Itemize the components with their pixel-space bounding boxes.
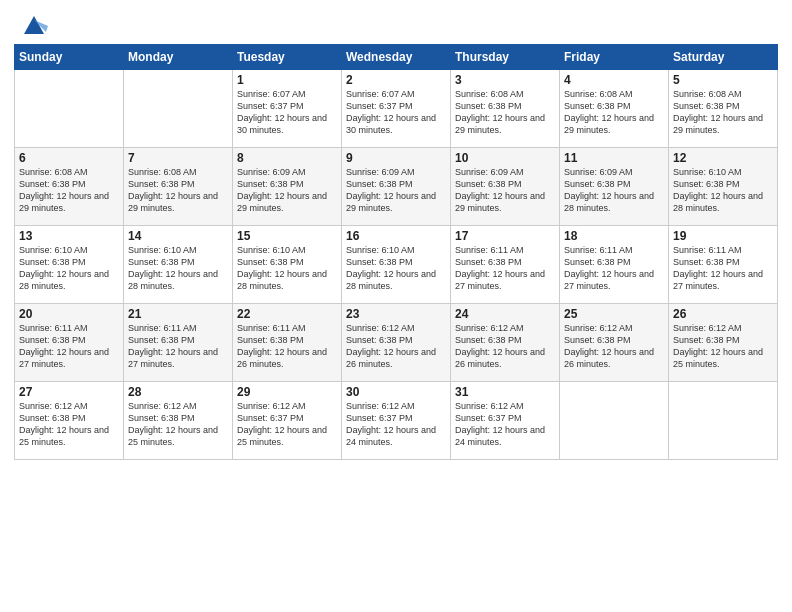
day-number: 12 [673,151,773,165]
day-info: Sunrise: 6:09 AMSunset: 6:38 PMDaylight:… [564,167,654,213]
calendar-cell [15,70,124,148]
day-number: 23 [346,307,446,321]
calendar-cell: 31Sunrise: 6:12 AMSunset: 6:37 PMDayligh… [451,382,560,460]
calendar-cell: 21Sunrise: 6:11 AMSunset: 6:38 PMDayligh… [124,304,233,382]
day-info: Sunrise: 6:08 AMSunset: 6:38 PMDaylight:… [19,167,109,213]
day-info: Sunrise: 6:08 AMSunset: 6:38 PMDaylight:… [564,89,654,135]
page: SundayMondayTuesdayWednesdayThursdayFrid… [0,0,792,612]
calendar-cell: 23Sunrise: 6:12 AMSunset: 6:38 PMDayligh… [342,304,451,382]
day-info: Sunrise: 6:12 AMSunset: 6:38 PMDaylight:… [19,401,109,447]
day-info: Sunrise: 6:11 AMSunset: 6:38 PMDaylight:… [455,245,545,291]
day-info: Sunrise: 6:10 AMSunset: 6:38 PMDaylight:… [673,167,763,213]
calendar-cell: 24Sunrise: 6:12 AMSunset: 6:38 PMDayligh… [451,304,560,382]
day-info: Sunrise: 6:12 AMSunset: 6:37 PMDaylight:… [237,401,327,447]
day-info: Sunrise: 6:12 AMSunset: 6:37 PMDaylight:… [346,401,436,447]
calendar-table: SundayMondayTuesdayWednesdayThursdayFrid… [14,44,778,460]
day-number: 20 [19,307,119,321]
day-info: Sunrise: 6:10 AMSunset: 6:38 PMDaylight:… [346,245,436,291]
day-number: 7 [128,151,228,165]
weekday-header-wednesday: Wednesday [342,45,451,70]
day-info: Sunrise: 6:11 AMSunset: 6:38 PMDaylight:… [19,323,109,369]
day-number: 10 [455,151,555,165]
day-number: 31 [455,385,555,399]
calendar-cell: 27Sunrise: 6:12 AMSunset: 6:38 PMDayligh… [15,382,124,460]
day-number: 6 [19,151,119,165]
day-number: 29 [237,385,337,399]
day-number: 21 [128,307,228,321]
day-info: Sunrise: 6:11 AMSunset: 6:38 PMDaylight:… [237,323,327,369]
calendar-cell: 6Sunrise: 6:08 AMSunset: 6:38 PMDaylight… [15,148,124,226]
calendar-cell: 25Sunrise: 6:12 AMSunset: 6:38 PMDayligh… [560,304,669,382]
day-info: Sunrise: 6:12 AMSunset: 6:38 PMDaylight:… [455,323,545,369]
calendar-cell: 5Sunrise: 6:08 AMSunset: 6:38 PMDaylight… [669,70,778,148]
day-info: Sunrise: 6:08 AMSunset: 6:38 PMDaylight:… [673,89,763,135]
logo-icon [20,10,48,38]
day-number: 1 [237,73,337,87]
day-info: Sunrise: 6:10 AMSunset: 6:38 PMDaylight:… [128,245,218,291]
day-number: 15 [237,229,337,243]
calendar-cell: 8Sunrise: 6:09 AMSunset: 6:38 PMDaylight… [233,148,342,226]
day-info: Sunrise: 6:08 AMSunset: 6:38 PMDaylight:… [455,89,545,135]
weekday-header-thursday: Thursday [451,45,560,70]
calendar-cell: 19Sunrise: 6:11 AMSunset: 6:38 PMDayligh… [669,226,778,304]
calendar-cell [669,382,778,460]
calendar-cell: 3Sunrise: 6:08 AMSunset: 6:38 PMDaylight… [451,70,560,148]
calendar-cell: 17Sunrise: 6:11 AMSunset: 6:38 PMDayligh… [451,226,560,304]
calendar-cell: 7Sunrise: 6:08 AMSunset: 6:38 PMDaylight… [124,148,233,226]
day-number: 30 [346,385,446,399]
calendar-cell: 13Sunrise: 6:10 AMSunset: 6:38 PMDayligh… [15,226,124,304]
calendar-cell [124,70,233,148]
day-info: Sunrise: 6:12 AMSunset: 6:38 PMDaylight:… [128,401,218,447]
header [14,10,778,38]
day-info: Sunrise: 6:12 AMSunset: 6:38 PMDaylight:… [564,323,654,369]
calendar-cell: 30Sunrise: 6:12 AMSunset: 6:37 PMDayligh… [342,382,451,460]
weekday-header-sunday: Sunday [15,45,124,70]
day-info: Sunrise: 6:10 AMSunset: 6:38 PMDaylight:… [19,245,109,291]
day-number: 2 [346,73,446,87]
day-number: 9 [346,151,446,165]
day-info: Sunrise: 6:08 AMSunset: 6:38 PMDaylight:… [128,167,218,213]
weekday-header-tuesday: Tuesday [233,45,342,70]
day-number: 8 [237,151,337,165]
calendar-cell: 15Sunrise: 6:10 AMSunset: 6:38 PMDayligh… [233,226,342,304]
calendar-cell: 14Sunrise: 6:10 AMSunset: 6:38 PMDayligh… [124,226,233,304]
day-number: 18 [564,229,664,243]
day-number: 24 [455,307,555,321]
day-number: 27 [19,385,119,399]
day-info: Sunrise: 6:12 AMSunset: 6:38 PMDaylight:… [346,323,436,369]
day-number: 25 [564,307,664,321]
calendar-cell: 29Sunrise: 6:12 AMSunset: 6:37 PMDayligh… [233,382,342,460]
day-number: 14 [128,229,228,243]
calendar-cell: 20Sunrise: 6:11 AMSunset: 6:38 PMDayligh… [15,304,124,382]
day-number: 5 [673,73,773,87]
calendar-cell: 1Sunrise: 6:07 AMSunset: 6:37 PMDaylight… [233,70,342,148]
day-info: Sunrise: 6:09 AMSunset: 6:38 PMDaylight:… [455,167,545,213]
calendar-cell: 22Sunrise: 6:11 AMSunset: 6:38 PMDayligh… [233,304,342,382]
day-info: Sunrise: 6:10 AMSunset: 6:38 PMDaylight:… [237,245,327,291]
day-number: 4 [564,73,664,87]
day-number: 13 [19,229,119,243]
day-number: 3 [455,73,555,87]
day-number: 17 [455,229,555,243]
calendar-cell: 4Sunrise: 6:08 AMSunset: 6:38 PMDaylight… [560,70,669,148]
day-info: Sunrise: 6:07 AMSunset: 6:37 PMDaylight:… [237,89,327,135]
calendar-cell: 2Sunrise: 6:07 AMSunset: 6:37 PMDaylight… [342,70,451,148]
weekday-header-friday: Friday [560,45,669,70]
day-number: 19 [673,229,773,243]
day-info: Sunrise: 6:09 AMSunset: 6:38 PMDaylight:… [346,167,436,213]
calendar-cell: 28Sunrise: 6:12 AMSunset: 6:38 PMDayligh… [124,382,233,460]
calendar-cell: 9Sunrise: 6:09 AMSunset: 6:38 PMDaylight… [342,148,451,226]
day-info: Sunrise: 6:11 AMSunset: 6:38 PMDaylight:… [564,245,654,291]
logo [14,10,48,38]
calendar-cell: 12Sunrise: 6:10 AMSunset: 6:38 PMDayligh… [669,148,778,226]
calendar-cell: 16Sunrise: 6:10 AMSunset: 6:38 PMDayligh… [342,226,451,304]
calendar-cell: 26Sunrise: 6:12 AMSunset: 6:38 PMDayligh… [669,304,778,382]
day-number: 11 [564,151,664,165]
weekday-header-monday: Monday [124,45,233,70]
day-info: Sunrise: 6:11 AMSunset: 6:38 PMDaylight:… [673,245,763,291]
calendar-cell [560,382,669,460]
day-info: Sunrise: 6:11 AMSunset: 6:38 PMDaylight:… [128,323,218,369]
day-info: Sunrise: 6:12 AMSunset: 6:38 PMDaylight:… [673,323,763,369]
calendar-cell: 10Sunrise: 6:09 AMSunset: 6:38 PMDayligh… [451,148,560,226]
weekday-header-saturday: Saturday [669,45,778,70]
